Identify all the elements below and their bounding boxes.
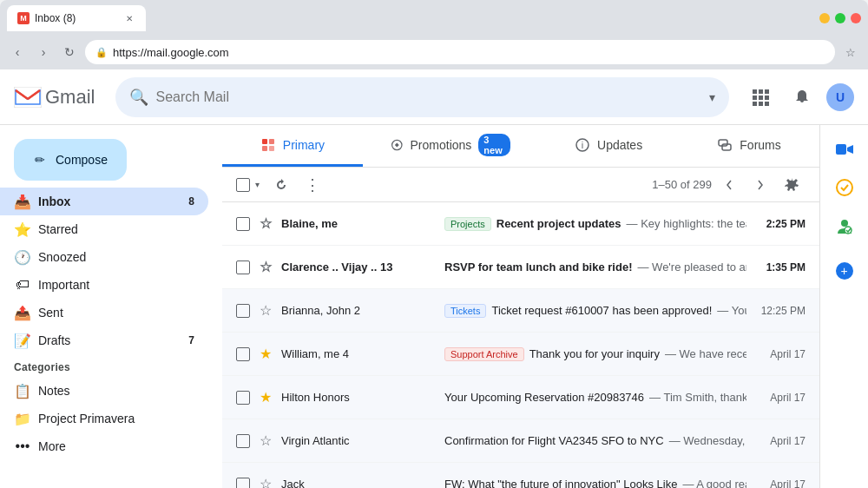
email-toolbar: ▾ ⋮ 1–50 of 299 [222,168,819,202]
email-subject: Your Upcoming Reservation #20983746 [444,391,644,404]
settings-button[interactable] [778,171,806,199]
search-bar[interactable]: 🔍 ▾ [115,77,729,117]
email-star[interactable]: ☆ [257,259,274,275]
add-button[interactable]: + [836,262,853,280]
notifications-button[interactable] [785,80,819,115]
email-checkbox[interactable] [236,391,250,405]
main-layout: ✏ Compose 📥 Inbox 8 ⭐ Starred 🕐 Snoozed … [0,125,868,488]
email-subject: FW: What "the future of innovation" Look… [444,478,677,488]
email-row[interactable]: ☆ Jack FW: What "the future of innovatio… [222,463,819,488]
prev-page-button[interactable] [715,171,743,199]
svg-rect-10 [262,139,267,144]
promotions-tab-icon [391,137,404,153]
sidebar-item-snoozed[interactable]: 🕐 Snoozed [0,243,208,271]
email-content: FW: What "the future of innovation" Look… [444,478,746,488]
sidebar-item-inbox[interactable]: 📥 Inbox 8 [0,188,208,215]
primary-tab-icon [260,137,276,153]
email-time: April 17 [753,435,806,447]
email-star[interactable]: ★ [257,389,274,406]
sidebar-item-starred[interactable]: ⭐ Starred [0,215,208,243]
tasks-button[interactable] [827,170,862,205]
email-star[interactable]: ☆ [257,215,274,232]
sidebar-item-more[interactable]: ••• More [0,432,208,460]
email-label: Projects [444,217,491,231]
select-all-checkbox[interactable] [236,178,250,192]
email-checkbox[interactable] [236,434,250,448]
more-options-button[interactable]: ⋮ [299,171,326,199]
forward-button[interactable]: › [33,42,54,63]
email-checkbox[interactable] [236,260,250,274]
email-area: Primary Promotions 3 new i Updates [222,125,819,488]
project-primavera-label: Project Primavera [38,412,135,425]
email-sender: Blaine, me [281,217,437,230]
select-all-check[interactable]: ▾ [236,178,264,192]
refresh-button[interactable] [267,171,295,199]
browser-tab[interactable]: M Inbox (8) ✕ [7,5,146,31]
close-button[interactable] [851,13,861,23]
address-bar[interactable]: 🔒 https://mail.google.com [85,40,835,64]
svg-rect-4 [753,96,757,100]
email-checkbox[interactable] [236,304,250,318]
tab-forums[interactable]: Forums [679,125,819,167]
user-avatar[interactable]: U [826,83,854,111]
email-label: Tickets [444,304,486,318]
sidebar-item-important[interactable]: 🏷 Important [0,271,208,299]
select-dropdown[interactable]: ▾ [250,178,264,192]
email-row[interactable]: ☆ Brianna, John 2 Tickets Ticket request… [222,289,819,333]
email-subject: Ticket request #610007 has been approved… [491,304,712,317]
snoozed-label: Snoozed [38,250,86,264]
bookmark-button[interactable]: ☆ [840,42,861,63]
svg-rect-8 [759,102,763,106]
project-icon: 📁 [14,411,31,427]
email-star[interactable]: ☆ [257,432,274,449]
tab-updates[interactable]: i Updates [538,125,679,167]
tab-primary[interactable]: Primary [222,125,363,167]
apps-button[interactable] [743,80,778,115]
search-input[interactable] [155,89,702,105]
compose-button[interactable]: ✏ Compose [14,139,127,181]
sidebar-item-drafts[interactable]: 📝 Drafts 7 [0,326,208,354]
back-button[interactable]: ‹ [7,42,28,63]
contacts-button[interactable] [827,208,862,243]
primary-tab-label: Primary [283,138,325,152]
email-checkbox[interactable] [236,478,250,489]
maximize-button[interactable] [835,13,845,23]
email-time: 12:25 PM [753,305,806,317]
page-info: 1–50 of 299 [652,178,712,191]
minimize-button[interactable] [819,13,830,23]
email-preview: — We have received your message and ... [665,347,746,360]
email-row[interactable]: ☆ Clarence .. Vijay .. 13 RSVP for team … [222,246,819,289]
email-star[interactable]: ☆ [257,476,274,488]
email-content: Support Archive Thank you for your inqui… [444,347,746,361]
drafts-label: Drafts [38,333,70,347]
email-star[interactable]: ★ [257,346,274,362]
email-preview: — A good read! Highly recommende... [682,478,746,488]
next-page-button[interactable] [746,171,774,199]
promotions-badge: 3 new [478,134,510,156]
email-main-line: ★ William, me 4 Support Archive Thank yo… [236,346,806,362]
email-star[interactable]: ☆ [257,302,274,319]
email-checkbox[interactable] [236,347,250,361]
email-row[interactable]: ★ Hilton Honors Your Upcoming Reservatio… [222,376,819,419]
svg-rect-7 [753,102,757,106]
categories-section-title: Categories [0,354,222,377]
reload-button[interactable]: ↻ [59,42,80,63]
email-checkbox[interactable] [236,217,250,231]
email-main-line: ☆ Clarence .. Vijay .. 13 RSVP for team … [236,259,806,275]
right-panel: + [819,125,868,488]
sent-label: Sent [38,306,63,320]
tab-promotions[interactable]: Promotions 3 new [363,125,538,167]
sidebar-item-project-primavera[interactable]: 📁 Project Primavera [0,405,208,432]
google-meet-button[interactable] [827,132,862,167]
email-main-line: ☆ Blaine, me Projects Recent project upd… [236,215,806,232]
tab-close-button[interactable]: ✕ [123,12,135,24]
search-dropdown-icon[interactable]: ▾ [709,90,715,104]
forums-tab-label: Forums [740,138,780,152]
sidebar-item-notes[interactable]: 📋 Notes [0,377,208,405]
sidebar-item-sent[interactable]: 📤 Sent [0,299,208,326]
add-apps-button[interactable]: + [827,254,862,288]
inbox-icon: 📥 [14,194,31,210]
email-row[interactable]: ★ William, me 4 Support Archive Thank yo… [222,333,819,376]
email-row[interactable]: ☆ Blaine, me Projects Recent project upd… [222,202,819,246]
email-row[interactable]: ☆ Virgin Atlantic Confirmation for Fligh… [222,419,819,463]
